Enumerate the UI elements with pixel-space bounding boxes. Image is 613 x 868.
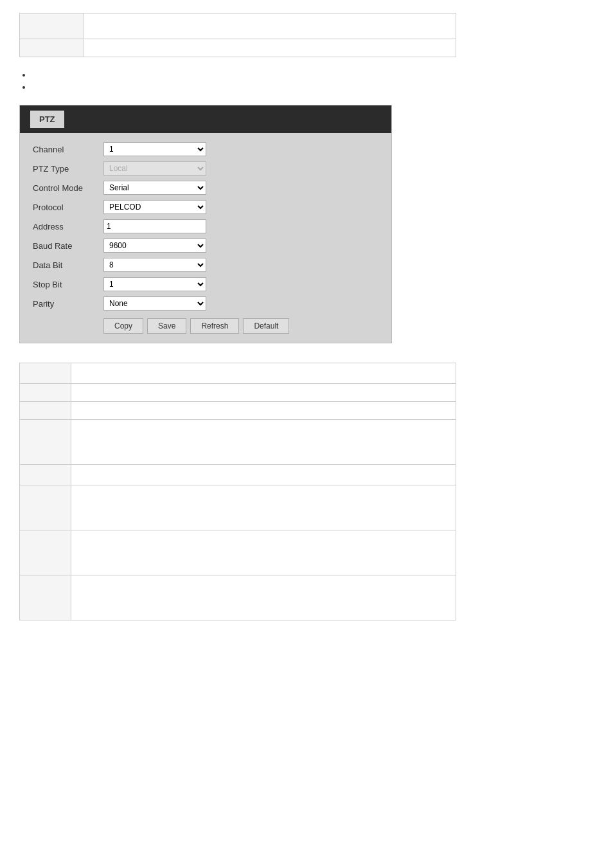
ptz-buttons: Copy Save Refresh Default bbox=[33, 318, 378, 334]
control-mode-label: Control Mode bbox=[33, 183, 103, 193]
top-table-label-1 bbox=[20, 14, 84, 39]
table-row bbox=[20, 14, 456, 39]
protocol-label: Protocol bbox=[33, 203, 103, 212]
data-bit-field[interactable]: 8 bbox=[103, 258, 378, 272]
bullet-list bbox=[32, 70, 594, 92]
table-row bbox=[20, 363, 456, 384]
save-button[interactable]: Save bbox=[147, 318, 186, 334]
data-bit-row: Data Bit 8 bbox=[33, 258, 378, 272]
protocol-field[interactable]: PELCOD bbox=[103, 200, 378, 214]
bullet-item-1 bbox=[32, 70, 594, 80]
control-mode-select[interactable]: Serial bbox=[103, 181, 206, 195]
bullet-item-2 bbox=[32, 82, 594, 92]
control-mode-field[interactable]: Serial bbox=[103, 181, 378, 195]
refresh-button[interactable]: Refresh bbox=[190, 318, 239, 334]
bottom-value-3 bbox=[71, 402, 456, 420]
baud-rate-select[interactable]: 9600 bbox=[103, 239, 206, 253]
protocol-row: Protocol PELCOD bbox=[33, 200, 378, 214]
bottom-label-6 bbox=[20, 485, 71, 530]
table-row bbox=[20, 530, 456, 575]
table-row bbox=[20, 575, 456, 620]
stop-bit-field[interactable]: 1 bbox=[103, 277, 378, 291]
top-table-value-2 bbox=[84, 39, 456, 57]
bottom-value-8 bbox=[71, 575, 456, 620]
ptz-type-row: PTZ Type Local bbox=[33, 161, 378, 176]
bottom-label-5 bbox=[20, 465, 71, 485]
bottom-value-1 bbox=[71, 363, 456, 384]
table-row bbox=[20, 39, 456, 57]
protocol-select[interactable]: PELCOD bbox=[103, 200, 206, 214]
address-input[interactable]: 1 bbox=[103, 219, 206, 233]
ptz-panel: PTZ Channel 1 PTZ Type Local Control Mod… bbox=[19, 105, 392, 343]
parity-label: Parity bbox=[33, 299, 103, 309]
stop-bit-select[interactable]: 1 bbox=[103, 277, 206, 291]
table-row bbox=[20, 420, 456, 465]
data-bit-select[interactable]: 8 bbox=[103, 258, 206, 272]
address-row: Address 1 bbox=[33, 219, 378, 233]
copy-button[interactable]: Copy bbox=[103, 318, 143, 334]
table-row bbox=[20, 384, 456, 402]
table-row bbox=[20, 402, 456, 420]
bottom-label-7 bbox=[20, 530, 71, 575]
bottom-label-1 bbox=[20, 363, 71, 384]
baud-rate-row: Baud Rate 9600 bbox=[33, 239, 378, 253]
bottom-value-2 bbox=[71, 384, 456, 402]
control-mode-row: Control Mode Serial bbox=[33, 181, 378, 195]
bottom-value-6 bbox=[71, 485, 456, 530]
parity-row: Parity None bbox=[33, 296, 378, 311]
parity-select[interactable]: None bbox=[103, 296, 206, 311]
top-info-table bbox=[19, 13, 456, 57]
ptz-type-select: Local bbox=[103, 161, 206, 176]
bottom-label-8 bbox=[20, 575, 71, 620]
ptz-type-field: Local bbox=[103, 161, 378, 176]
bottom-label-2 bbox=[20, 384, 71, 402]
data-bit-label: Data Bit bbox=[33, 260, 103, 270]
channel-label: Channel bbox=[33, 145, 103, 154]
bottom-value-7 bbox=[71, 530, 456, 575]
channel-select[interactable]: 1 bbox=[103, 142, 206, 156]
stop-bit-label: Stop Bit bbox=[33, 280, 103, 289]
top-table-label-2 bbox=[20, 39, 84, 57]
baud-rate-field[interactable]: 9600 bbox=[103, 239, 378, 253]
ptz-type-label: PTZ Type bbox=[33, 164, 103, 174]
bottom-value-4 bbox=[71, 420, 456, 465]
parity-field[interactable]: None bbox=[103, 296, 378, 311]
bottom-value-5 bbox=[71, 465, 456, 485]
ptz-body: Channel 1 PTZ Type Local Control Mode Se… bbox=[20, 133, 391, 343]
table-row bbox=[20, 465, 456, 485]
bottom-label-4 bbox=[20, 420, 71, 465]
ptz-title: PTZ bbox=[30, 111, 64, 128]
table-row bbox=[20, 485, 456, 530]
address-field[interactable]: 1 bbox=[103, 219, 378, 233]
default-button[interactable]: Default bbox=[243, 318, 289, 334]
channel-field[interactable]: 1 bbox=[103, 142, 378, 156]
bottom-label-3 bbox=[20, 402, 71, 420]
channel-row: Channel 1 bbox=[33, 142, 378, 156]
bottom-info-table bbox=[19, 363, 456, 620]
address-label: Address bbox=[33, 222, 103, 231]
stop-bit-row: Stop Bit 1 bbox=[33, 277, 378, 291]
top-table-value-1 bbox=[84, 14, 456, 39]
ptz-header: PTZ bbox=[20, 105, 391, 133]
baud-rate-label: Baud Rate bbox=[33, 241, 103, 251]
